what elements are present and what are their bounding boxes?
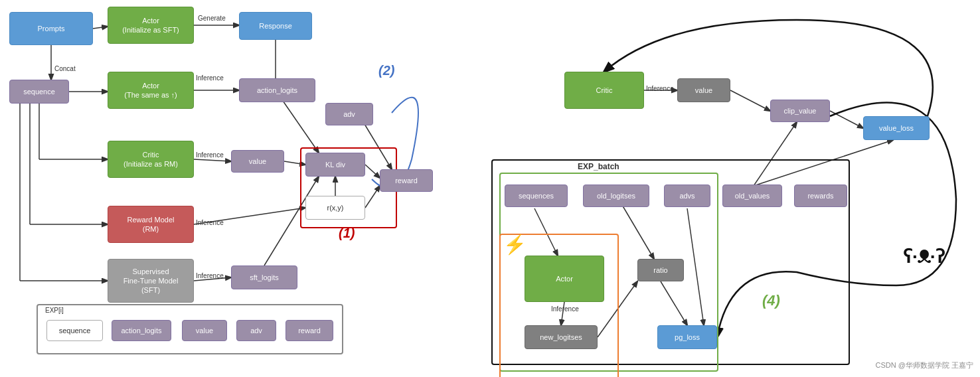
critic-right-node: Critic (564, 72, 644, 109)
sft-logits-node: sft_logits (231, 265, 297, 289)
watermark: CSDN @华师数据学院 王嘉宁 (876, 360, 973, 370)
value-right-node: value (677, 78, 730, 102)
inference-rm-label: Inference (196, 219, 224, 226)
actor1-node: Actor(Initialize as SFT) (108, 7, 194, 44)
advs-node: advs (664, 185, 710, 207)
svg-line-24 (830, 111, 863, 128)
rewards-node: rewards (794, 185, 847, 207)
new-logitses-node: new_logitses (525, 325, 598, 349)
inference-critic-right-label: Inference (646, 85, 674, 92)
actor2-node: Actor(The same as ↑) (108, 72, 194, 109)
adv-node: adv (325, 103, 373, 125)
exp-box-label: EXP[i] (45, 307, 64, 314)
old-logitses-node: old_logitses (583, 185, 649, 207)
scribble-annotation: ʕ·ᴥ·ʔ (903, 246, 945, 268)
response-node: Response (239, 12, 312, 40)
old-values-node: old_values (722, 185, 782, 207)
exp-sequence-node: sequence (46, 320, 103, 341)
actor-right-node: Actor (525, 256, 604, 302)
exp-adv-node: adv (236, 320, 276, 341)
exp-reward-node: reward (286, 320, 333, 341)
inference-actor-right-label: Inference (551, 305, 579, 313)
sft-model-node: SupervisedFine-Tune Model(SFT) (108, 259, 194, 303)
sequence-node: sequence (9, 80, 69, 104)
svg-line-23 (730, 90, 770, 111)
value-node: value (231, 150, 284, 173)
svg-line-0 (93, 27, 108, 29)
value-loss-node: value_loss (863, 116, 930, 140)
lightning-annotation: ⚡ (503, 234, 527, 256)
inference-critic1-label: Inference (196, 151, 224, 159)
kl-div-node: KL div (305, 153, 365, 177)
diagram-container: Prompts Actor(Initialize as SFT) Generat… (0, 0, 980, 377)
concat-label: Concat (54, 65, 76, 72)
inference-actor2-label: Inference (196, 74, 224, 82)
rxy-node: r(x,y) (305, 196, 365, 220)
annotation-four: (4) (762, 292, 780, 309)
inference-sft-label: Inference (196, 272, 224, 279)
sequences-right-node: sequences (505, 185, 568, 207)
prompts-node: Prompts (9, 12, 93, 45)
exp-batch-label: EXP_batch (578, 162, 619, 171)
reward-node: reward (380, 169, 433, 192)
annotation-two: (2) (378, 63, 394, 78)
annotation-one: (1) (339, 226, 355, 241)
generate-label: Generate (198, 15, 226, 22)
svg-line-8 (194, 159, 231, 161)
pg-loss-node: pg_loss (657, 325, 717, 349)
clip-value-node: clip_value (770, 100, 830, 122)
exp-action-logits-node: action_logits (112, 320, 171, 341)
reward-model-node: Reward Model(RM) (108, 206, 194, 243)
ratio-node: ratio (637, 259, 684, 281)
exp-value-node: value (182, 320, 227, 341)
critic1-node: Critic(Initialize as RM) (108, 141, 194, 178)
action-logits-node: action_logits (239, 78, 315, 102)
